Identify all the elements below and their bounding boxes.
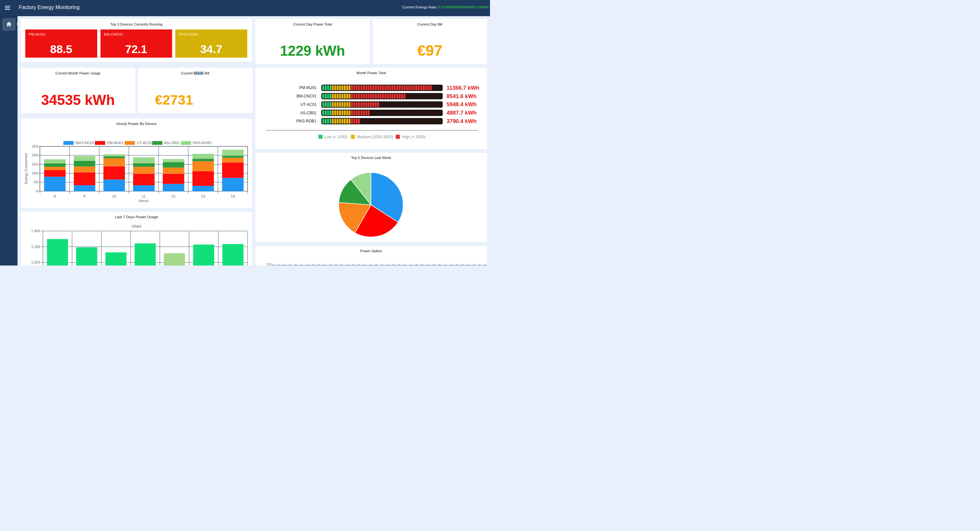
- svg-text:5948.4 kWh: 5948.4 kWh: [447, 101, 477, 108]
- svg-text:14: 14: [231, 194, 235, 198]
- svg-text:9: 9: [83, 194, 85, 198]
- svg-text:11: 11: [142, 194, 146, 198]
- svg-text:10: 10: [112, 194, 116, 198]
- svg-text:150: 150: [32, 162, 38, 166]
- svg-text:chart: chart: [132, 224, 141, 228]
- svg-text:Low (< 1000): Low (< 1000): [325, 135, 347, 139]
- svg-text:130: 130: [266, 263, 272, 266]
- svg-text:Energy Consumed: Energy Consumed: [24, 154, 28, 184]
- svg-text:BM-CNC01: BM-CNC01: [296, 94, 317, 98]
- svg-text:4887.7 kWh: 4887.7 kWh: [447, 110, 477, 116]
- svg-text:8: 8: [54, 194, 56, 198]
- svg-text:Medium (1000-3000): Medium (1000-3000): [357, 135, 393, 139]
- svg-text:50: 50: [34, 180, 38, 184]
- svg-text:0: 0: [36, 189, 38, 193]
- svg-text:PM-INJ01: PM-INJ01: [299, 86, 317, 90]
- svg-text:PKG-ROB1: PKG-ROB1: [193, 141, 212, 145]
- svg-text:250: 250: [32, 144, 38, 148]
- svg-text:13: 13: [201, 194, 205, 198]
- svg-text:1,000: 1,000: [31, 260, 40, 264]
- svg-text:PKG-ROB1: PKG-ROB1: [296, 119, 316, 124]
- svg-text:3790.4 kWh: 3790.4 kWh: [447, 118, 477, 124]
- svg-text:AS-CB01: AS-CB01: [164, 141, 180, 145]
- svg-text:11366.7 kWh: 11366.7 kWh: [447, 84, 479, 91]
- svg-text:High (> 3000): High (> 3000): [402, 135, 425, 139]
- svg-text:Last 7 Days Power Usage: Last 7 Days Power Usage: [115, 215, 158, 219]
- svg-text:UT-AC01: UT-AC01: [137, 141, 152, 145]
- svg-text:1,200: 1,200: [31, 244, 40, 248]
- svg-text:PM-INJ01: PM-INJ01: [107, 141, 124, 145]
- svg-text:100: 100: [32, 171, 38, 175]
- svg-text:200: 200: [32, 153, 38, 157]
- svg-text:BM-CNC01: BM-CNC01: [75, 141, 95, 145]
- svg-text:1,400: 1,400: [31, 229, 40, 233]
- svg-text:8541.6 kWh: 8541.6 kWh: [447, 93, 477, 99]
- svg-text:AS-CB01: AS-CB01: [300, 110, 316, 115]
- svg-text:Hours: Hours: [139, 199, 149, 203]
- svg-text:UT-AC01: UT-AC01: [301, 102, 317, 106]
- svg-text:12: 12: [172, 194, 176, 198]
- svg-text:Hourly Power By Device: Hourly Power By Device: [116, 122, 156, 126]
